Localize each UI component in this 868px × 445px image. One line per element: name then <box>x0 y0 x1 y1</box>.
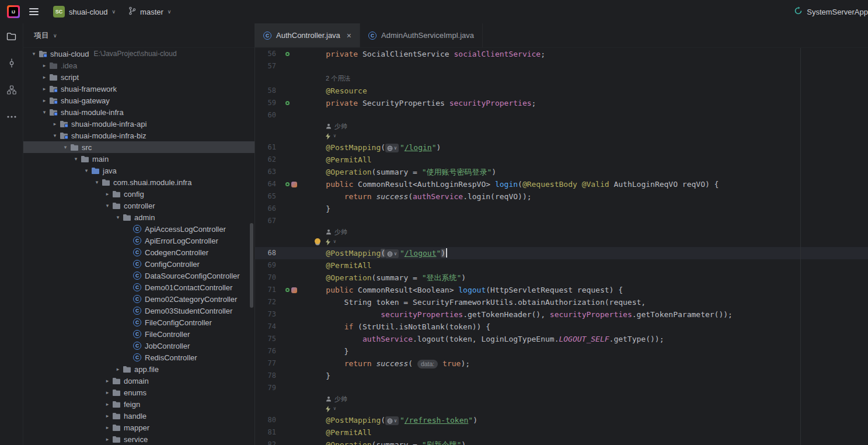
line-number[interactable]: 78 <box>255 370 281 382</box>
chevron-right-icon[interactable]: ▸ <box>40 74 49 80</box>
spring-bean-icon[interactable] <box>285 101 290 105</box>
code-vision-line[interactable]: ∨ <box>255 237 868 247</box>
chevron-down-icon[interactable]: ▾ <box>71 156 81 162</box>
editor-tab[interactable]: CAuthController.java× <box>255 23 360 47</box>
line-content[interactable]: return success( data: true); <box>308 357 868 370</box>
tree-item[interactable]: ▸shuai-framework <box>23 83 255 95</box>
code-line[interactable]: 70 @Operation(summary = "登出系统") <box>255 272 868 284</box>
chevron-right-icon[interactable]: ▸ <box>40 62 49 68</box>
chevron-down-icon[interactable]: ▾ <box>103 203 112 208</box>
line-number[interactable]: 66 <box>255 203 281 215</box>
intention-bulb-icon[interactable] <box>315 238 320 244</box>
line-content[interactable]: String token = SecurityFrameworkUtils.ob… <box>308 296 868 308</box>
code-vision-line[interactable]: 2 个用法 <box>255 72 868 85</box>
line-number[interactable]: 67 <box>255 215 281 227</box>
code-line[interactable]: 76 } <box>255 345 868 357</box>
code-line[interactable]: 62 @PermitAll <box>255 154 868 166</box>
code-line[interactable]: 61 @PostMapping(∨"/login") <box>255 141 868 154</box>
code-line[interactable]: 59 private SecurityProperties securityPr… <box>255 97 868 109</box>
code-vision-line[interactable]: ∨ <box>255 404 868 414</box>
line-number[interactable]: 81 <box>255 426 281 439</box>
code-line[interactable]: 78 } <box>255 370 868 382</box>
line-number[interactable]: 57 <box>255 60 281 72</box>
endpoint-action-icon[interactable] <box>326 406 330 412</box>
chevron-down-icon[interactable]: ▾ <box>92 179 102 185</box>
tree-item[interactable]: ▸mapper <box>23 422 255 433</box>
chevron-right-icon[interactable]: ▸ <box>50 121 60 127</box>
line-content[interactable] <box>308 109 868 121</box>
tree-item[interactable]: CApiAccessLogController <box>23 223 255 235</box>
line-number[interactable]: 82 <box>255 439 281 445</box>
tree-item[interactable]: ▾shuai-module-infra-biz <box>23 130 255 141</box>
tree-item[interactable]: ▸config <box>23 188 255 200</box>
url-mapping-inlay[interactable]: ∨ <box>385 249 399 258</box>
chevron-down-icon[interactable]: ▾ <box>29 51 39 57</box>
endpoint-action-icon[interactable] <box>326 133 330 140</box>
line-number[interactable]: 75 <box>255 333 281 345</box>
chevron-right-icon[interactable]: ▸ <box>103 390 112 395</box>
code-vision-line[interactable]: 少帅 <box>255 394 868 404</box>
commit-tool-icon[interactable] <box>6 57 18 69</box>
project-panel-header[interactable]: 项目 ∨ <box>23 23 255 48</box>
api-endpoint-icon[interactable] <box>291 182 297 187</box>
line-content[interactable]: 2 个用法 <box>308 72 868 85</box>
chevron-right-icon[interactable]: ▸ <box>40 86 49 92</box>
code-line[interactable]: 71 public CommonResult<Boolean> logout(H… <box>255 284 868 296</box>
chevron-right-icon[interactable]: ▸ <box>40 98 49 103</box>
author-hint[interactable]: 少帅 <box>334 121 347 131</box>
tree-item[interactable]: ▸enums <box>23 387 255 398</box>
line-number[interactable]: 56 <box>255 48 281 60</box>
code-line[interactable]: 57 <box>255 60 868 72</box>
line-content[interactable]: public CommonResult<Boolean> logout(Http… <box>308 284 868 296</box>
project-tool-icon[interactable] <box>6 30 18 42</box>
code-line[interactable]: 69 @PermitAll <box>255 259 868 272</box>
main-menu-button[interactable] <box>29 8 39 15</box>
code-line[interactable]: 56 private SocialClientService socialCli… <box>255 48 868 60</box>
hint-content[interactable]: ∨ <box>308 404 868 414</box>
line-number[interactable]: 76 <box>255 345 281 357</box>
tree-item[interactable]: CApiErrorLogController <box>23 235 255 246</box>
tree-item[interactable]: CConfigController <box>23 258 255 270</box>
project-widget[interactable]: SC shuai-cloud ∨ <box>48 4 121 20</box>
more-tools-icon[interactable] <box>6 111 18 123</box>
chevron-right-icon[interactable]: ▸ <box>103 425 112 430</box>
tree-item[interactable]: ▸shuai-gateway <box>23 95 255 106</box>
code-line[interactable]: 60 <box>255 109 868 121</box>
line-content[interactable]: return success(authService.login(reqVO))… <box>308 190 868 203</box>
line-content[interactable]: securityProperties.getTokenHeader(), sec… <box>308 308 868 321</box>
line-content[interactable]: public CommonResult<AuthLoginRespVO> log… <box>308 178 868 190</box>
tree-item[interactable]: CFileController <box>23 328 255 340</box>
line-number[interactable]: 64 <box>255 178 281 190</box>
chevron-down-icon[interactable]: ▾ <box>61 144 70 150</box>
chevron-down-icon[interactable]: ▾ <box>40 109 49 115</box>
line-number[interactable]: 65 <box>255 190 281 203</box>
tree-item[interactable]: ▾controller <box>23 200 255 211</box>
tree-item[interactable]: ▸feign <box>23 398 255 410</box>
code-line[interactable]: 74 if (StrUtil.isNotBlank(token)) { <box>255 321 868 333</box>
tree-item[interactable]: CDataSourceConfigController <box>23 270 255 281</box>
tree-item[interactable]: ▸domain <box>23 375 255 387</box>
tree-item[interactable]: ▾src <box>23 141 255 153</box>
chevron-right-icon[interactable]: ▸ <box>103 378 112 384</box>
author-hint[interactable]: 少帅 <box>334 227 347 237</box>
chevron-right-icon[interactable]: ▸ <box>103 401 112 407</box>
line-number[interactable]: 71 <box>255 284 281 296</box>
chevron-right-icon[interactable]: ▸ <box>113 366 123 372</box>
chevron-right-icon[interactable]: ▸ <box>103 436 112 442</box>
structure-tool-icon[interactable] <box>6 84 18 96</box>
line-content[interactable]: } <box>308 203 868 215</box>
tree-item[interactable]: ▾com.shuai.module.infra <box>23 176 255 188</box>
chevron-down-icon[interactable]: ▾ <box>50 133 60 138</box>
code-line[interactable]: 66 } <box>255 203 868 215</box>
line-content[interactable]: ∨ <box>308 237 868 247</box>
code-line[interactable]: 65 return success(authService.login(reqV… <box>255 190 868 203</box>
line-content[interactable]: if (StrUtil.isNotBlank(token)) { <box>308 321 868 333</box>
tree-item[interactable]: ▾java <box>23 165 255 176</box>
line-content[interactable]: @PostMapping(∨"/logout") <box>308 247 868 259</box>
line-number[interactable]: 60 <box>255 109 281 121</box>
tree-item[interactable]: CRedisController <box>23 352 255 363</box>
code-vision-line[interactable]: 少帅 <box>255 227 868 237</box>
code-line[interactable]: 68 @PostMapping(∨"/logout") <box>255 247 868 259</box>
chevron-right-icon[interactable]: ▸ <box>103 413 112 419</box>
hint-content[interactable]: ∨ <box>308 131 868 141</box>
